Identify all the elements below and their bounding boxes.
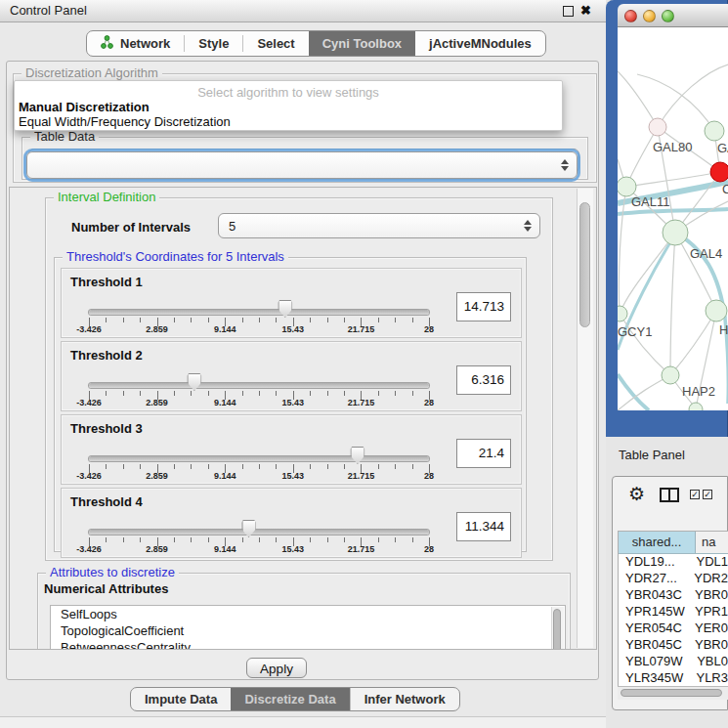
control-panel: Control Panel ✖ Network Style [0,0,606,728]
cell-name[interactable]: YBR0 [689,587,728,604]
cell-shared-name[interactable]: YPR145W [619,604,689,621]
table-row[interactable]: YPR145WYPR1 [619,604,728,621]
table-row[interactable]: YER054CYER0 [619,621,728,637]
column-layout-icon[interactable] [660,488,679,502]
column-header-name[interactable]: na [696,532,728,553]
tab-select-label: Select [257,36,294,51]
network-node-label: HAP2 [682,384,715,399]
threshold-2-value-input[interactable]: 6.316 [456,365,511,395]
network-edge[interactable] [618,374,649,410]
numerical-attributes-list[interactable]: SelfLoops TopologicalCoefficient Between… [50,605,566,650]
slider-thumb[interactable] [278,300,292,318]
algorithm-combobox[interactable] [26,151,578,179]
scrollbar-thumb[interactable] [579,202,590,327]
network-window: GAL80GACGAL11GAL4GCY1HHAP2 [606,0,728,437]
dropdown-placeholder-item[interactable]: Select algorithm to view settings [15,85,562,100]
list-item[interactable]: TopologicalCoefficient [51,622,565,639]
network-node[interactable] [705,121,724,141]
network-node[interactable] [662,366,679,384]
tab-infer-network[interactable]: Infer Network [351,688,459,710]
number-of-intervals-combobox[interactable]: 5 [218,213,540,238]
table-row[interactable]: YLR345WYLR3 [619,670,728,687]
float-panel-icon[interactable] [563,6,574,17]
tab-style-label: Style [198,36,229,51]
table-settings-gear-icon[interactable]: ⚙ [628,483,645,505]
dropdown-option-equal-width-frequency[interactable]: Equal Width/Frequency Discretization [19,114,231,129]
cell-shared-name[interactable]: YDL19... [619,554,690,571]
minimize-window-icon[interactable] [643,10,656,22]
network-edge[interactable] [658,64,728,127]
table-row[interactable]: YDR27...YDR2 [619,571,728,587]
select-all-columns-icon[interactable]: ✓ [703,490,712,499]
network-view-canvas[interactable]: GAL80GACGAL11GAL4GCY1HHAP2 [618,27,728,410]
network-node[interactable] [689,403,703,410]
numerical-attributes-label: Numerical Attributes [44,581,168,596]
attributes-group-label: Attributes to discretize [46,565,179,579]
cell-name[interactable]: YDL1 [690,554,728,571]
network-edge[interactable] [675,233,716,311]
tab-discretize-data[interactable]: Discretize Data [231,688,349,710]
network-edge[interactable] [670,233,675,375]
tab-network[interactable]: Network [87,31,184,56]
slider-thumb[interactable] [187,373,201,391]
scrollbar-thumb[interactable] [621,689,722,697]
cell-shared-name[interactable]: YER054C [619,621,689,637]
network-node[interactable] [706,300,727,321]
scrollbar-thumb[interactable] [553,609,561,650]
slider-thumb[interactable] [350,447,364,464]
network-node[interactable] [618,177,636,196]
tab-cyni-toolbox[interactable]: Cyni Toolbox [309,31,415,56]
apply-button[interactable]: Apply [246,658,307,678]
list-scrollbar[interactable] [551,607,564,650]
cell-name[interactable]: YER0 [689,621,728,637]
network-node[interactable] [710,162,728,182]
list-item[interactable]: BetweennessCentrality [51,639,565,650]
select-columns-icon[interactable]: ✓ [690,490,700,499]
table-row[interactable]: YBL079WYBL0 [619,654,728,670]
cell-name[interactable]: YDR2 [688,571,728,587]
threshold-3-value-input[interactable]: 21.4 [456,439,511,468]
algorithm-dropdown-popup: Select algorithm to view settings Manual… [14,80,563,131]
cell-name[interactable]: YLR3 [690,670,728,687]
cell-shared-name[interactable]: YDR27... [619,571,688,587]
cell-name[interactable]: YBL0 [691,654,728,670]
settings-scrollbar[interactable] [577,189,593,648]
tab-discretize-data-label: Discretize Data [244,692,335,707]
table-row[interactable]: YBR045CYBR0 [619,637,728,654]
cell-shared-name[interactable]: YBR043C [619,587,689,604]
slider-track [89,383,429,388]
column-header-shared-name[interactable]: shared... [619,532,696,553]
tab-impute-data[interactable]: Impute Data [131,688,231,710]
network-node[interactable] [618,306,627,321]
bottom-strip [0,716,606,728]
tab-style[interactable]: Style [185,31,242,56]
tab-jactivemnodules-label: jActiveMNodules [429,36,532,51]
tab-jactivemnodules[interactable]: jActiveMNodules [415,31,545,56]
cell-name[interactable]: YPR1 [689,604,728,621]
threshold-1-value-input[interactable]: 14.713 [456,292,511,321]
table-row[interactable]: YBR043CYBR0 [619,587,728,604]
cell-shared-name[interactable]: YLR345W [619,670,690,687]
network-edge[interactable] [620,233,675,314]
table-horizontal-scrollbar[interactable] [618,686,728,700]
close-window-icon[interactable] [624,10,637,22]
list-item[interactable]: SelfLoops [51,606,565,622]
dropdown-option-manual-discretization[interactable]: Manual Discretization [19,100,150,114]
network-node-label: C [722,182,728,196]
network-edge[interactable] [618,71,658,127]
network-graph[interactable]: GAL80GACGAL11GAL4GCY1HHAP2 [618,27,728,410]
threshold-1-panel: Threshold 1 -3.4262.8599.14415.4321.7152… [61,268,522,338]
threshold-4-value-input[interactable]: 11.344 [456,512,511,541]
cell-shared-name[interactable]: YBR045C [619,637,689,654]
table-row[interactable]: YDL19...YDL1 [619,554,728,571]
interval-definition-group-label: Interval Definition [54,190,159,204]
cell-name[interactable]: YBR0 [689,637,728,654]
network-window-titlebar[interactable] [618,4,728,27]
close-panel-icon[interactable]: ✖ [580,0,591,21]
network-node[interactable] [649,118,666,136]
zoom-window-icon[interactable] [662,10,674,22]
network-node[interactable] [663,220,688,245]
tab-select[interactable]: Select [243,31,308,56]
cell-shared-name[interactable]: YBL079W [619,654,691,670]
slider-thumb[interactable] [241,520,256,537]
